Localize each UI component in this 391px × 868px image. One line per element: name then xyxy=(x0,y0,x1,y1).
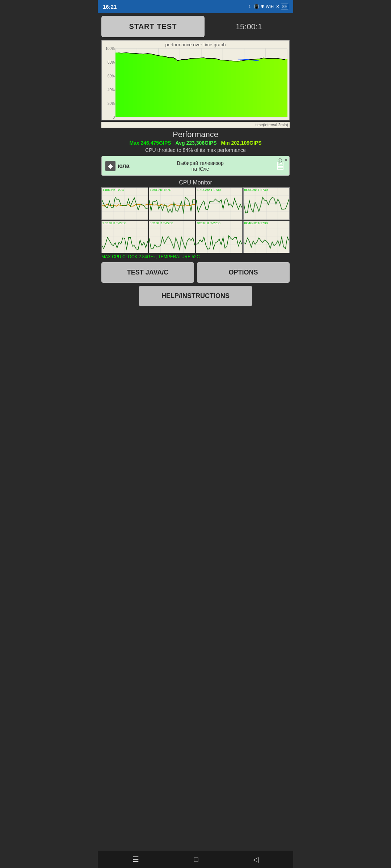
ad-close-button[interactable]: ✕ xyxy=(284,158,288,163)
ad-diamond-icon: ◆ xyxy=(105,161,115,171)
cpu-cell-4-label: 2.11GHz T-2730 xyxy=(102,221,126,225)
cpu-canvas-7 xyxy=(244,221,290,253)
help-button[interactable]: HELP/INSTRUCTIONS xyxy=(139,286,252,306)
cpu-cell-3-label: 0C0GHz T-2730 xyxy=(244,188,268,192)
cpu-canvas-4 xyxy=(102,221,148,253)
vibrate-icon: 📳 xyxy=(254,4,259,9)
timer-display: 15:00:1 xyxy=(208,22,290,31)
performance-graph-canvas xyxy=(102,41,289,120)
cpu-cell-1-label: 1.80GHz T27C xyxy=(150,188,172,192)
cpu-canvas-5 xyxy=(149,221,195,253)
cpu-cell-6: 0C1GHz T-2730 xyxy=(196,221,243,253)
cpu-canvas-1 xyxy=(149,188,195,220)
cpu-cell-3: 0C0GHz T-2730 xyxy=(243,187,290,220)
cpu-canvas-2 xyxy=(196,188,242,220)
cpu-canvas-3 xyxy=(244,188,290,220)
bluetooth-icon: ✱ xyxy=(261,4,264,9)
performance-graph-container: performance over time graph xyxy=(101,40,290,120)
cpu-grid-top: 1.80GHz T27C 1.80GHz T27C 1.80GHz T-2730… xyxy=(101,187,290,220)
cpu-cell-5-label: 0C1GHz T-2730 xyxy=(150,221,173,225)
ad-text: Выбирай телевизорна Юле xyxy=(129,160,271,172)
options-button[interactable]: OPTIONS xyxy=(197,262,290,283)
cpu-cell-4: 2.11GHz T-2730 xyxy=(101,221,148,253)
bottom-buttons: TEST JAVA/C OPTIONS xyxy=(101,262,290,283)
perf-min: Min 202,109GIPS xyxy=(221,140,262,146)
graph-title: performance over time graph xyxy=(165,42,226,47)
test-java-button[interactable]: TEST JAVA/C xyxy=(101,262,194,283)
performance-stats: Max 246,475GIPS Avg 223,306GIPS Min 202,… xyxy=(101,140,290,146)
status-icons: ☾ 📳 ✱ WiFi ✕ 89 xyxy=(248,4,288,9)
status-bar: 16:21 ☾ 📳 ✱ WiFi ✕ 89 xyxy=(98,0,293,13)
top-row: START TEST 15:00:1 xyxy=(101,16,290,37)
graph-time-label: time(interval 2min) xyxy=(101,122,290,128)
cpu-cell-7: 0C4GHz T-2730 xyxy=(243,221,290,253)
cpu-grid-bottom: 2.11GHz T-2730 0C1GHz T-2730 0C1GHz T-27… xyxy=(101,221,290,253)
cpu-cell-2-label: 1.80GHz T-2730 xyxy=(197,188,221,192)
cpu-canvas-6 xyxy=(196,221,242,253)
cpu-cell-0: 1.80GHz T27C xyxy=(101,187,148,220)
ad-info-button[interactable]: ⓘ xyxy=(278,158,282,164)
performance-title: Performance xyxy=(101,130,290,139)
main-content: START TEST 15:00:1 performance over time… xyxy=(98,13,293,337)
battery-display: 89 xyxy=(281,4,288,9)
cpu-cell-7-label: 0C4GHz T-2730 xyxy=(244,221,268,225)
status-time: 16:21 xyxy=(103,4,117,10)
perf-max: Max 246,475GIPS xyxy=(129,140,171,146)
ad-brand: юла xyxy=(118,163,129,169)
cpu-cell-1: 1.80GHz T27C xyxy=(149,187,196,220)
cpu-cell-0-label: 1.80GHz T27C xyxy=(102,188,124,192)
cpu-cell-2: 1.80GHz T-2730 xyxy=(196,187,243,220)
cpu-max-label: MAX CPU CLOCK:2.84GHz, TEMPERATURE:52C xyxy=(101,254,290,259)
wifi-icon: WiFi xyxy=(266,4,274,9)
ad-logo: ◆ юла xyxy=(105,161,129,171)
cpu-monitor-title: CPU Monitor xyxy=(101,179,290,186)
throttle-text: CPU throttled to 84% of its max performa… xyxy=(101,147,290,153)
sim-icon: ✕ xyxy=(276,4,279,9)
perf-avg: Avg 223,306GIPS xyxy=(176,140,217,146)
moon-icon: ☾ xyxy=(248,4,252,9)
cpu-cell-5: 0C1GHz T-2730 xyxy=(149,221,196,253)
cpu-canvas-0 xyxy=(102,188,148,220)
ad-banner[interactable]: ◆ юла Выбирай телевизорна Юле 🖥 ⓘ ✕ xyxy=(101,156,290,176)
start-test-button[interactable]: START TEST xyxy=(101,16,205,37)
cpu-cell-6-label: 0C1GHz T-2730 xyxy=(197,221,220,225)
